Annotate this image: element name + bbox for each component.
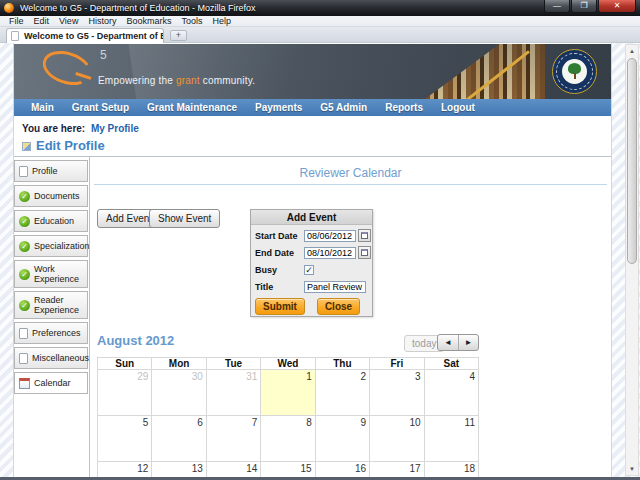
day-number: 10 — [409, 417, 420, 428]
day-number: 30 — [192, 371, 203, 382]
add-event-dialog: Add Event Start DateEnd DateBusy✓Title S… — [250, 209, 373, 317]
new-tab-button[interactable]: + — [170, 30, 187, 41]
menu-tools[interactable]: Tools — [176, 16, 207, 26]
end-date-input[interactable] — [304, 247, 356, 259]
content-area: ProfileDocumentsEducationSpecializationW… — [14, 156, 611, 477]
day-cell-9[interactable]: 9 — [315, 416, 369, 462]
day-cell-10[interactable]: 10 — [370, 416, 424, 462]
field-row-title: Title — [255, 278, 368, 295]
seal-center — [562, 59, 587, 84]
day-number: 5 — [143, 417, 149, 428]
scroll-up-icon[interactable]: ▲ — [626, 45, 638, 57]
sidebar-item-preferences[interactable]: Preferences — [14, 322, 88, 344]
nav-grant-maintenance[interactable]: Grant Maintenance — [138, 102, 246, 113]
day-cell-31[interactable]: 31 — [206, 370, 260, 416]
menu-help[interactable]: Help — [207, 16, 236, 26]
scrollbar-thumb[interactable] — [627, 58, 637, 264]
day-cell-12[interactable]: 12 — [98, 462, 152, 478]
sidebar-item-reader-experience[interactable]: Reader Experience — [14, 291, 88, 319]
sidebar-item-miscellaneous[interactable]: Miscellaneous — [14, 347, 88, 369]
sidebar: ProfileDocumentsEducationSpecializationW… — [14, 160, 90, 397]
nav-g5-admin[interactable]: G5 Admin — [311, 102, 376, 113]
tagline-grant: grant — [176, 75, 200, 86]
sidebar-item-education[interactable]: Education — [14, 210, 88, 232]
show-event-button[interactable]: Show Event — [149, 209, 220, 228]
day-cell-30[interactable]: 30 — [152, 370, 206, 416]
day-cell-14[interactable]: 14 — [206, 462, 260, 478]
day-cell-5[interactable]: 5 — [98, 416, 152, 462]
day-cell-29[interactable]: 29 — [98, 370, 152, 416]
scroll-down-icon[interactable]: ▼ — [626, 463, 638, 475]
day-cell-2[interactable]: 2 — [315, 370, 369, 416]
busy-checkbox[interactable]: ✓ — [304, 265, 314, 275]
g5-logo-number: 5 — [100, 48, 107, 62]
sidebar-item-label: Documents — [34, 191, 80, 201]
close-button[interactable]: Close — [317, 298, 360, 315]
check-icon — [19, 241, 30, 252]
day-number: 15 — [301, 463, 312, 474]
breadcrumb-link-my-profile[interactable]: My Profile — [91, 123, 139, 134]
submit-button[interactable]: Submit — [255, 298, 305, 315]
end-date-picker-button[interactable] — [358, 246, 371, 259]
browser-viewport: 5 Empowering the grant community. MainGr… — [0, 43, 640, 477]
day-number: 1 — [306, 371, 312, 382]
calendar-icon — [361, 249, 368, 256]
field-control — [304, 229, 371, 242]
page-icon — [11, 31, 19, 41]
vertical-scrollbar[interactable]: ▲ ▼ — [625, 44, 639, 476]
title-input[interactable] — [304, 281, 366, 293]
banner-tagline: Empowering the grant community. — [98, 75, 255, 86]
department-of-education-seal-icon — [552, 49, 597, 94]
day-cell-1[interactable]: 1 — [261, 370, 315, 416]
primary-nav: MainGrant SetupGrant MaintenancePayments… — [14, 99, 611, 116]
day-cell-7[interactable]: 7 — [206, 416, 260, 462]
section-title: Reviewer Calendar — [90, 166, 611, 180]
day-number: 4 — [469, 371, 475, 382]
tagline-pre: Empowering the — [98, 75, 176, 86]
menu-bookmarks[interactable]: Bookmarks — [121, 16, 176, 26]
prev-month-icon[interactable]: ◄ — [438, 335, 458, 350]
field-control — [304, 246, 371, 259]
busy-label: Busy — [255, 265, 304, 275]
sidebar-item-documents[interactable]: Documents — [14, 185, 88, 207]
sidebar-item-profile[interactable]: Profile — [14, 160, 88, 182]
menu-edit[interactable]: Edit — [29, 16, 55, 26]
close-icon[interactable]: ✕ — [598, 0, 636, 13]
field-row-end-date: End Date — [255, 244, 368, 261]
nav-grant-setup[interactable]: Grant Setup — [63, 102, 138, 113]
day-cell-17[interactable]: 17 — [370, 462, 424, 478]
day-cell-11[interactable]: 11 — [424, 416, 478, 462]
day-cell-8[interactable]: 8 — [261, 416, 315, 462]
sidebar-item-work-experience[interactable]: Work Experience — [14, 260, 88, 288]
nav-reports[interactable]: Reports — [376, 102, 432, 113]
tab-bar: Welcome to G5 - Department of Edu... + — [0, 27, 640, 43]
start-date-input[interactable] — [304, 230, 356, 242]
day-cell-4[interactable]: 4 — [424, 370, 478, 416]
day-cell-3[interactable]: 3 — [370, 370, 424, 416]
day-header-sat: Sat — [424, 358, 478, 370]
day-cell-16[interactable]: 16 — [315, 462, 369, 478]
check-icon — [19, 269, 30, 280]
sidebar-item-calendar[interactable]: Calendar — [14, 372, 88, 394]
nav-logout[interactable]: Logout — [432, 102, 484, 113]
day-cell-18[interactable]: 18 — [424, 462, 478, 478]
nav-payments[interactable]: Payments — [246, 102, 311, 113]
menu-file[interactable]: File — [4, 16, 29, 26]
edit-form-icon — [22, 142, 31, 151]
maximize-icon[interactable]: ❐ — [571, 0, 597, 13]
window-controls: — ❐ ✕ — [543, 0, 636, 13]
tab-welcome-to-g5[interactable]: Welcome to G5 - Department of Edu... — [6, 28, 164, 43]
day-cell-13[interactable]: 13 — [152, 462, 206, 478]
day-number: 8 — [306, 417, 312, 428]
day-number: 12 — [137, 463, 148, 474]
field-row-busy: Busy✓ — [255, 261, 368, 278]
start-date-picker-button[interactable] — [358, 229, 371, 242]
menu-history[interactable]: History — [83, 16, 121, 26]
nav-main[interactable]: Main — [22, 102, 63, 113]
sidebar-item-specialization[interactable]: Specialization — [14, 235, 88, 257]
menu-view[interactable]: View — [54, 16, 83, 26]
next-month-icon[interactable]: ► — [458, 335, 478, 350]
minimize-icon[interactable]: — — [544, 0, 570, 13]
day-cell-6[interactable]: 6 — [152, 416, 206, 462]
day-cell-15[interactable]: 15 — [261, 462, 315, 478]
